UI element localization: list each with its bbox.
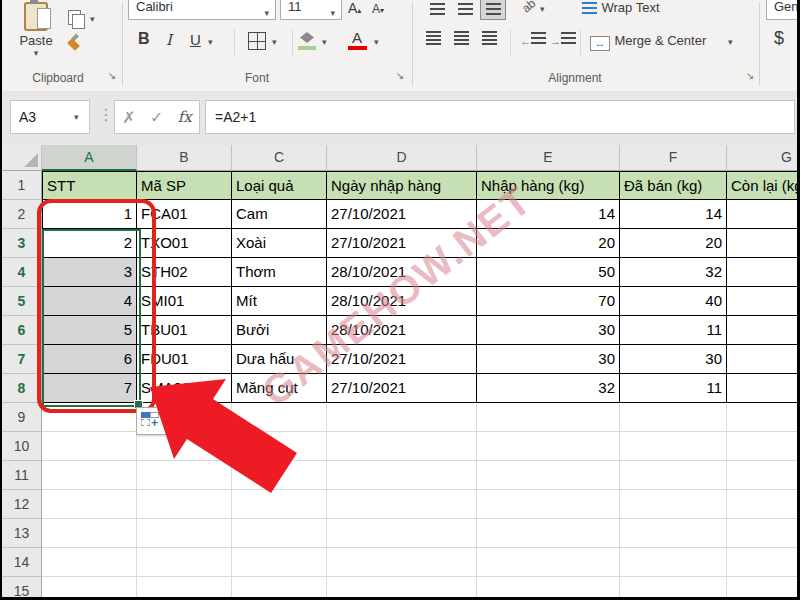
cell-C12[interactable] <box>232 490 327 519</box>
cell-G1[interactable]: Còn lại (kg) <box>727 171 797 200</box>
cell-C14[interactable] <box>232 548 327 577</box>
cell-G8[interactable] <box>727 374 797 403</box>
row-header-2[interactable]: 2 <box>2 200 42 229</box>
col-header-B[interactable]: B <box>137 145 232 171</box>
cell-F3[interactable]: 20 <box>620 229 727 258</box>
cell-A11[interactable] <box>42 461 137 490</box>
cell-D6[interactable]: 28/10/2021 <box>327 316 477 345</box>
cell-C13[interactable] <box>232 519 327 548</box>
shrink-font-button[interactable]: A▾ <box>372 2 384 16</box>
cell-E15[interactable] <box>477 577 620 597</box>
cell-E10[interactable] <box>477 432 620 461</box>
name-box-caret-icon[interactable]: ▾ <box>74 100 79 134</box>
font-size-caret-icon[interactable]: ▾ <box>330 1 335 25</box>
cell-E7[interactable]: 30 <box>477 345 620 374</box>
cell-F2[interactable]: 14 <box>620 200 727 229</box>
cell-F15[interactable] <box>620 577 727 597</box>
clipboard-dialog-launcher-icon[interactable]: ↘ <box>106 70 118 82</box>
align-center-button[interactable] <box>454 31 469 50</box>
cell-F7[interactable]: 30 <box>620 345 727 374</box>
cell-D10[interactable] <box>327 432 477 461</box>
cell-B12[interactable] <box>137 490 232 519</box>
col-header-E[interactable]: E <box>477 145 620 171</box>
bold-button[interactable]: B <box>138 30 150 48</box>
cell-E5[interactable]: 70 <box>477 287 620 316</box>
fill-color-icon[interactable] <box>300 32 314 43</box>
autofill-options-button[interactable]: + <box>136 407 168 435</box>
cell-A12[interactable] <box>42 490 137 519</box>
cell-F8[interactable]: 11 <box>620 374 727 403</box>
cell-C6[interactable]: Bưởi <box>232 316 327 345</box>
cell-C15[interactable] <box>232 577 327 597</box>
cell-F11[interactable] <box>620 461 727 490</box>
cell-D12[interactable] <box>327 490 477 519</box>
cell-E3[interactable]: 20 <box>477 229 620 258</box>
merge-center-caret-icon[interactable]: ▾ <box>728 37 733 47</box>
cell-A10[interactable] <box>42 432 137 461</box>
cell-G11[interactable] <box>727 461 797 490</box>
font-name-combo[interactable]: Calibri ▾ <box>128 0 276 20</box>
cell-B11[interactable] <box>137 461 232 490</box>
borders-caret-icon[interactable]: ▾ <box>272 37 277 47</box>
cell-E11[interactable] <box>477 461 620 490</box>
formula-input[interactable]: =A2+1 <box>205 100 795 134</box>
cell-E8[interactable]: 32 <box>477 374 620 403</box>
cell-D1[interactable]: Ngày nhập hàng <box>327 171 477 200</box>
cell-F14[interactable] <box>620 548 727 577</box>
cell-B4[interactable]: STH02 <box>137 258 232 287</box>
cell-B3[interactable]: TXO01 <box>137 229 232 258</box>
cell-E12[interactable] <box>477 490 620 519</box>
align-top-button[interactable] <box>424 0 450 20</box>
cell-B1[interactable]: Mã SP <box>137 171 232 200</box>
row-header-11[interactable]: 11 <box>2 461 42 490</box>
cell-C3[interactable]: Xoài <box>232 229 327 258</box>
cell-G12[interactable] <box>727 490 797 519</box>
number-format-combo[interactable]: Gen <box>766 0 797 20</box>
cell-A2[interactable]: 1 <box>42 200 137 229</box>
merge-center-button[interactable]: ↔ Merge & Center <box>590 33 706 51</box>
cell-A14[interactable] <box>42 548 137 577</box>
cell-C10[interactable] <box>232 432 327 461</box>
cell-D3[interactable]: 27/10/2021 <box>327 229 477 258</box>
cell-G2[interactable] <box>727 200 797 229</box>
row-header-12[interactable]: 12 <box>2 490 42 519</box>
cell-A8[interactable]: 7 <box>42 374 137 403</box>
cell-F12[interactable] <box>620 490 727 519</box>
cancel-icon[interactable]: ✗ <box>122 108 135 127</box>
cell-F1[interactable]: Đã bán (kg) <box>620 171 727 200</box>
cell-A6[interactable]: 5 <box>42 316 137 345</box>
paste-caret-icon[interactable]: ▾ <box>8 48 64 58</box>
cell-C5[interactable]: Mít <box>232 287 327 316</box>
copy-button[interactable] <box>68 10 81 29</box>
row-header-6[interactable]: 6 <box>2 316 42 345</box>
font-name-caret-icon[interactable]: ▾ <box>264 1 269 25</box>
decrease-indent-button[interactable]: ← <box>520 31 540 49</box>
cell-G13[interactable] <box>727 519 797 548</box>
row-header-14[interactable]: 14 <box>2 548 42 577</box>
align-bottom-button[interactable] <box>480 0 506 20</box>
cell-D5[interactable]: 28/10/2021 <box>327 287 477 316</box>
cell-G3[interactable] <box>727 229 797 258</box>
cell-G5[interactable] <box>727 287 797 316</box>
row-header-3[interactable]: 3 <box>2 229 42 258</box>
cell-F5[interactable]: 40 <box>620 287 727 316</box>
cell-D15[interactable] <box>327 577 477 597</box>
cell-D14[interactable] <box>327 548 477 577</box>
cell-D2[interactable]: 27/10/2021 <box>327 200 477 229</box>
font-dialog-launcher-icon[interactable]: ↘ <box>394 70 406 82</box>
cell-A9[interactable] <box>42 403 137 432</box>
cell-B14[interactable] <box>137 548 232 577</box>
cell-C11[interactable] <box>232 461 327 490</box>
cell-B5[interactable]: SMI01 <box>137 287 232 316</box>
cell-A13[interactable] <box>42 519 137 548</box>
cell-G14[interactable] <box>727 548 797 577</box>
cell-C9[interactable] <box>232 403 327 432</box>
increase-indent-button[interactable]: → <box>550 31 570 49</box>
row-header-8[interactable]: 8 <box>2 374 42 403</box>
cell-C8[interactable]: Măng cụt <box>232 374 327 403</box>
cell-G10[interactable] <box>727 432 797 461</box>
cell-E14[interactable] <box>477 548 620 577</box>
wrap-text-button[interactable]: Wrap Text <box>582 0 660 19</box>
cell-C1[interactable]: Loại quả <box>232 171 327 200</box>
align-right-button[interactable] <box>482 31 497 50</box>
